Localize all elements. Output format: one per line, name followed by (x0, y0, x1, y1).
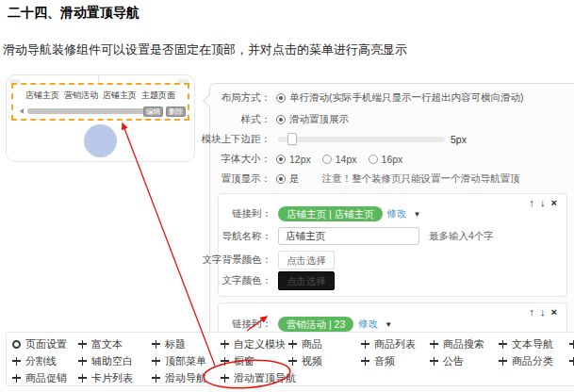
toolbar-item-label: 滑动导航 (165, 371, 206, 385)
toolbar-item-label: 标题 (165, 337, 186, 351)
toolbar-item-label: 商品 (302, 337, 322, 351)
preview-nav-item-0[interactable]: 店铺主页 (25, 90, 59, 102)
toolbar-item-r0-c3[interactable]: 自定义模块 (221, 336, 286, 351)
toolbar-item-r1-c8[interactable] (569, 353, 574, 368)
toolbar-item-r0-c6[interactable]: 商品搜索 (430, 336, 484, 351)
toolbar-item-label: 分割线 (25, 354, 57, 368)
link-label: 链接到： (219, 207, 271, 220)
toolbar-item-label: 文本导航 (512, 337, 553, 351)
toolbar-item-label: 卡片列表 (91, 371, 133, 385)
toolbar-item-label: 富文本 (91, 337, 123, 351)
toolbar-item-label: 商品搜索 (443, 337, 484, 351)
selected-component-outline[interactable]: 店铺主页营销活动店铺主页主题页面 编辑 删除 (11, 83, 189, 121)
link-value-pill[interactable]: 营销活动 | 23 (278, 317, 353, 332)
toolbar-item-r1-c0[interactable]: 分割线 (12, 353, 57, 368)
layout-radio[interactable] (276, 93, 286, 103)
toolbar-row: 商品促销卡片列表滑动导航滑动置顶导航 (7, 370, 574, 385)
fontsize-radio-16[interactable] (369, 155, 378, 164)
fontsize-radio-14[interactable] (322, 155, 332, 164)
fontsize-option-label: 16px (382, 154, 403, 165)
layout-option-label: 单行滑动(实际手机端只显示一行超出内容可横向滑动) (289, 91, 524, 105)
sticky-radio[interactable] (276, 174, 286, 184)
page: 二十四、滑动置顶导航 滑动导航装修组件可以设置是否固定在顶部，并对点击的菜单进行… (0, 0, 574, 392)
preview-nav: 店铺主页营销活动店铺主页主题页面 (13, 90, 188, 102)
nav-name-label: 导航名称： (219, 230, 271, 243)
plus-icon (152, 374, 160, 383)
style-radio[interactable] (276, 115, 286, 124)
fontsize-option-label: 12px (289, 154, 311, 165)
toolbar-item-r1-c2[interactable]: 顶部菜单 (152, 353, 206, 368)
toolbar-item-r1-c1[interactable]: 辅助空白 (78, 353, 133, 368)
scroll-left-icon (20, 108, 24, 114)
toolbar-item-r1-c4[interactable]: 视频 (288, 353, 322, 368)
toolbar-item-label: 公告 (443, 354, 464, 368)
margin-value: 5px (451, 134, 467, 145)
fontsize-option-label: 14px (336, 154, 357, 165)
toolbar-item-r1-c5[interactable]: 音频 (361, 353, 395, 368)
margin-label: 模块上下边距： (210, 133, 271, 146)
toolbar-item-label: 滑动置顶导航 (234, 371, 296, 385)
margin-slider[interactable] (278, 137, 445, 142)
toolbar-row: 页面设置富文本标题自定义模块商品商品列表商品搜索文本导航 (7, 336, 574, 351)
margin-slider-handle[interactable] (287, 133, 297, 145)
sticky-label: 置顶显示： (210, 172, 271, 186)
plus-icon (221, 357, 229, 366)
toolbar-item-label: 橱窗 (234, 354, 254, 368)
plus-icon (499, 340, 507, 349)
nav-name-input[interactable] (278, 227, 419, 245)
scrollbar-thumb[interactable] (27, 108, 145, 114)
toolbar-item-r0-c8[interactable] (569, 336, 574, 351)
bg-color-picker-button[interactable]: 点击选择 (278, 251, 335, 270)
toolbar-item-r0-c4[interactable]: 商品 (288, 336, 322, 351)
toolbar-row: 分割线辅助空白顶部菜单橱窗视频音频公告商品分类 (7, 353, 574, 368)
placeholder-circle (84, 124, 117, 157)
plus-icon (569, 340, 574, 349)
preview-nav-item-1[interactable]: 营销活动 (64, 90, 98, 102)
fontsize-radio-12[interactable] (276, 155, 286, 164)
sticky-option-label: 是 (289, 172, 300, 186)
style-option-label: 滑动置顶展示 (289, 113, 349, 126)
toolbar-item-r2-c1[interactable]: 卡片列表 (78, 370, 133, 385)
toolbar-item-label: 商品分类 (512, 354, 553, 368)
text-color-picker-button[interactable]: 点击选择 (278, 271, 335, 290)
bg-color-label: 文字背景颜色： (219, 253, 271, 267)
nav-item-card: ↑ ↓ × 链接到： 店铺主页 | 店铺主页 修改 ▼ 导航名称： 最多输入4个… (218, 193, 567, 297)
plus-icon (221, 374, 229, 383)
toolbar-item-label: 顶部菜单 (165, 354, 206, 368)
plus-icon (288, 340, 297, 349)
toolbar-item-r2-c2[interactable]: 滑动导航 (152, 370, 206, 385)
modify-link[interactable]: 修改 (387, 207, 407, 220)
toolbar-item-r1-c7[interactable]: 商品分类 (499, 353, 553, 368)
edit-button[interactable]: 编辑 (143, 106, 163, 117)
modify-link[interactable]: 修改 (358, 318, 378, 331)
preview-nav-item-3[interactable]: 主题页面 (141, 90, 175, 102)
delete-button[interactable]: 删除 (166, 106, 186, 117)
toolbar-item-label: 商品促销 (25, 371, 67, 385)
preview-scrollbar[interactable]: 编辑 删除 (13, 106, 188, 116)
phone-preview-panel: 店铺主页营销活动店铺主页主题页面 编辑 删除 (6, 74, 195, 162)
toolbar-item-r0-c7[interactable]: 文本导航 (499, 336, 553, 351)
plus-icon (499, 357, 507, 366)
style-label: 样式： (210, 113, 271, 126)
toolbar-item-r2-c0[interactable]: 商品促销 (12, 370, 67, 385)
chevron-down-icon[interactable]: ▼ (385, 320, 392, 329)
toolbar-item-r1-c6[interactable]: 公告 (430, 353, 464, 368)
plus-icon (361, 357, 369, 366)
plus-icon (12, 357, 21, 366)
toolbar-item-label: 视频 (302, 354, 322, 368)
chevron-down-icon[interactable]: ▼ (414, 210, 421, 219)
preview-nav-item-2[interactable]: 店铺主页 (103, 90, 137, 102)
toolbar-item-label: 自定义模块 (234, 337, 286, 351)
toolbar-item-r0-c5[interactable]: 商品列表 (361, 336, 416, 351)
component-toolbar: 页面设置富文本标题自定义模块商品商品列表商品搜索文本导航 分割线辅助空白顶部菜单… (6, 332, 574, 386)
plus-icon (430, 357, 438, 366)
plus-icon (78, 357, 87, 366)
toolbar-item-r1-c3[interactable]: 橱窗 (221, 353, 254, 368)
toolbar-item-r2-c3[interactable]: 滑动置顶导航 (221, 370, 296, 385)
toolbar-item-label: 页面设置 (25, 337, 67, 351)
gear-icon (12, 340, 21, 349)
toolbar-item-r0-c1[interactable]: 富文本 (78, 336, 123, 351)
toolbar-item-r0-c2[interactable]: 标题 (152, 336, 186, 351)
toolbar-item-r0-c0[interactable]: 页面设置 (12, 336, 67, 351)
link-value-pill[interactable]: 店铺主页 | 店铺主页 (278, 206, 383, 221)
